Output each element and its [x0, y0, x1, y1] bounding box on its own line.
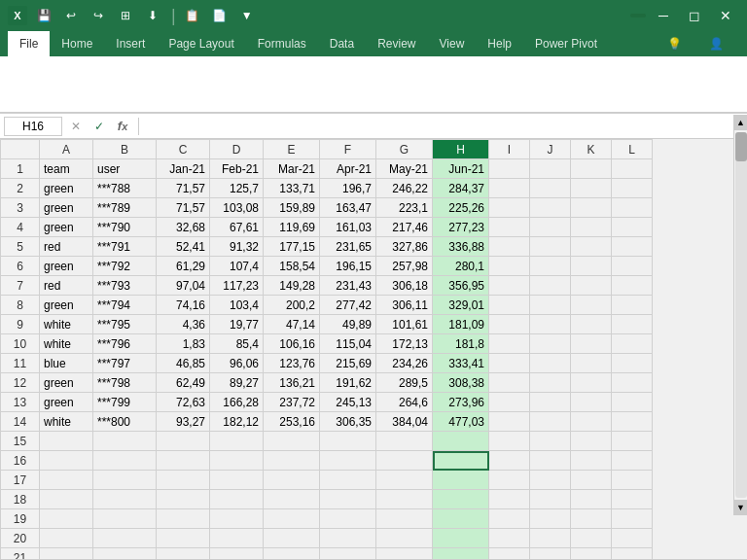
cell-J16[interactable] [530, 451, 571, 471]
cell-C15[interactable] [157, 432, 210, 451]
cell-C19[interactable] [157, 509, 210, 529]
cell-D17[interactable] [210, 471, 264, 490]
cell-F15[interactable] [320, 432, 376, 451]
cell-J3[interactable] [530, 198, 571, 218]
cell-J14[interactable] [530, 412, 571, 432]
cell-D16[interactable] [210, 451, 264, 471]
cell-G2[interactable]: 246,22 [376, 179, 433, 198]
row-num-1[interactable]: 1 [1, 159, 40, 179]
cell-F12[interactable]: 191,62 [320, 373, 376, 393]
cell-E4[interactable]: 119,69 [264, 218, 320, 237]
cell-D18[interactable] [210, 490, 264, 509]
restore-button[interactable]: ◻ [681, 2, 708, 29]
cell-I2[interactable] [489, 179, 530, 198]
row-num-16[interactable]: 16 [1, 451, 40, 471]
cell-J12[interactable] [530, 373, 571, 393]
cell-K5[interactable] [571, 237, 612, 257]
cell-F10[interactable]: 115,04 [320, 334, 376, 354]
cell-G10[interactable]: 172,13 [376, 334, 433, 354]
cell-I14[interactable] [489, 412, 530, 432]
cell-L6[interactable] [612, 257, 653, 276]
save-qa-button[interactable]: 💾 [33, 5, 54, 26]
apps-qa-button[interactable]: ⊞ [115, 5, 136, 26]
cell-D9[interactable]: 19,77 [210, 315, 264, 334]
cell-F7[interactable]: 231,43 [320, 276, 376, 296]
cell-L7[interactable] [612, 276, 653, 296]
row-num-7[interactable]: 7 [1, 276, 40, 296]
col-header-L[interactable]: L [612, 140, 653, 159]
cell-E12[interactable]: 136,21 [264, 373, 320, 393]
cell-E13[interactable]: 237,72 [264, 393, 320, 412]
cell-A14[interactable]: white [40, 412, 93, 432]
cell-K1[interactable] [571, 159, 612, 179]
col-header-F[interactable]: F [320, 140, 376, 159]
cell-G18[interactable] [376, 490, 433, 509]
cell-I5[interactable] [489, 237, 530, 257]
row-num-12[interactable]: 12 [1, 373, 40, 393]
cell-C21[interactable] [157, 548, 210, 560]
cell-I13[interactable] [489, 393, 530, 412]
cell-J11[interactable] [530, 354, 571, 373]
cell-G14[interactable]: 384,04 [376, 412, 433, 432]
cell-A2[interactable]: green [40, 179, 93, 198]
cell-H7[interactable]: 356,95 [433, 276, 489, 296]
cell-A19[interactable] [40, 509, 93, 529]
row-num-10[interactable]: 10 [1, 334, 40, 354]
cell-B16[interactable] [93, 451, 157, 471]
cell-E1[interactable]: Mar-21 [264, 159, 320, 179]
cell-E15[interactable] [264, 432, 320, 451]
cell-C14[interactable]: 93,27 [157, 412, 210, 432]
cell-F11[interactable]: 215,69 [320, 354, 376, 373]
cell-J7[interactable] [530, 276, 571, 296]
cell-B14[interactable]: ***800 [93, 412, 157, 432]
cell-H17[interactable] [433, 471, 489, 490]
row-num-13[interactable]: 13 [1, 393, 40, 412]
cell-F2[interactable]: 196,7 [320, 179, 376, 198]
cell-C20[interactable] [157, 529, 210, 548]
cell-D19[interactable] [210, 509, 264, 529]
row-num-18[interactable]: 18 [1, 490, 40, 509]
cell-I17[interactable] [489, 471, 530, 490]
cell-K7[interactable] [571, 276, 612, 296]
tell-me-button[interactable]: 💡 [656, 31, 697, 56]
cell-F14[interactable]: 306,35 [320, 412, 376, 432]
cell-L21[interactable] [612, 548, 653, 560]
cell-E21[interactable] [264, 548, 320, 560]
cell-I6[interactable] [489, 257, 530, 276]
v-scrollbar-thumb[interactable] [735, 132, 747, 161]
cell-D13[interactable]: 166,28 [210, 393, 264, 412]
cell-L2[interactable] [612, 179, 653, 198]
cell-J1[interactable] [530, 159, 571, 179]
cell-E6[interactable]: 158,54 [264, 257, 320, 276]
cell-D21[interactable] [210, 548, 264, 560]
row-num-15[interactable]: 15 [1, 432, 40, 451]
cell-D2[interactable]: 125,7 [210, 179, 264, 198]
cell-A10[interactable]: white [40, 334, 93, 354]
tab-power-pivot[interactable]: Power Pivot [523, 31, 609, 56]
cell-C10[interactable]: 1,83 [157, 334, 210, 354]
extra-qa3-button[interactable]: ▼ [236, 5, 258, 26]
row-num-21[interactable]: 21 [1, 548, 40, 560]
cell-L20[interactable] [612, 529, 653, 548]
cell-L16[interactable] [612, 451, 653, 471]
cell-A21[interactable] [40, 548, 93, 560]
cell-K3[interactable] [571, 198, 612, 218]
cell-E10[interactable]: 106,16 [264, 334, 320, 354]
cell-D14[interactable]: 182,12 [210, 412, 264, 432]
cell-I20[interactable] [489, 529, 530, 548]
cell-B3[interactable]: ***789 [93, 198, 157, 218]
cell-I15[interactable] [489, 432, 530, 451]
cell-D12[interactable]: 89,27 [210, 373, 264, 393]
col-header-H[interactable]: H [433, 140, 489, 159]
cell-H14[interactable]: 477,03 [433, 412, 489, 432]
cell-H4[interactable]: 277,23 [433, 218, 489, 237]
cell-J15[interactable] [530, 432, 571, 451]
cell-F5[interactable]: 231,65 [320, 237, 376, 257]
cell-L19[interactable] [612, 509, 653, 529]
cell-L12[interactable] [612, 373, 653, 393]
cell-G5[interactable]: 327,86 [376, 237, 433, 257]
cell-E11[interactable]: 123,76 [264, 354, 320, 373]
scroll-container[interactable]: A B C D E F G H I J K L 1 tea [0, 139, 747, 559]
minimize-button[interactable]: ─ [650, 2, 677, 29]
cell-G9[interactable]: 101,61 [376, 315, 433, 334]
